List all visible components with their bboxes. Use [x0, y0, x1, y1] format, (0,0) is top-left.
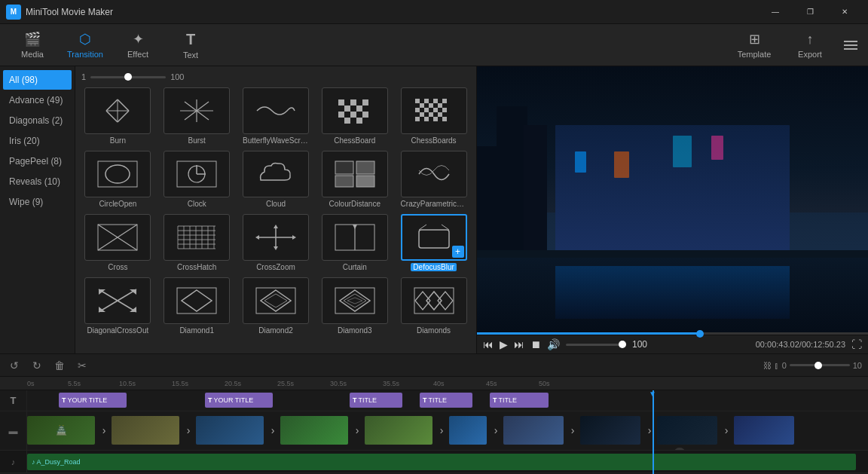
- title-clip-5[interactable]: T TITLE: [490, 393, 549, 408]
- add-transition-btn[interactable]: +: [452, 246, 464, 258]
- toolbar-effect[interactable]: ✦ Effect: [112, 26, 164, 64]
- diamond2-icon: [253, 286, 298, 316]
- nav-diagonals[interactable]: Diagonals (2): [3, 111, 72, 130]
- transition-chessboard[interactable]: ChessBoard: [318, 87, 391, 145]
- video-clip-3[interactable]: [196, 416, 264, 445]
- stop-button[interactable]: ⏹: [530, 338, 541, 350]
- menu-line: [844, 48, 857, 50]
- transition-crosszoom[interactable]: CrossZoom: [240, 214, 313, 271]
- title-clip-3[interactable]: T TITLE: [350, 393, 402, 408]
- svg-rect-22: [344, 118, 350, 124]
- progress-handle[interactable]: [696, 330, 704, 338]
- video-clip-2[interactable]: [112, 416, 179, 445]
- transition-diagonalcrossout[interactable]: DiagonalCrossOut: [81, 277, 154, 335]
- transition-crazyparametricfun[interactable]: CrazyParametricFun: [397, 151, 470, 208]
- transition-circleopen[interactable]: CircleOpen: [81, 151, 154, 208]
- playhead-arrow: ▼: [649, 390, 656, 398]
- transition-cloud[interactable]: Cloud: [240, 151, 313, 208]
- transition-cross[interactable]: Cross: [81, 214, 154, 271]
- svg-marker-76: [353, 225, 357, 229]
- minimize-button[interactable]: —: [758, 0, 793, 24]
- hamburger-menu[interactable]: [839, 34, 862, 57]
- svg-rect-40: [433, 117, 438, 121]
- undo-button[interactable]: ↺: [6, 357, 23, 374]
- nav-reveals[interactable]: Reveals (10): [3, 172, 72, 191]
- ruler-mark-9: 45s: [486, 380, 497, 387]
- transition-crosshatch[interactable]: CrossHatch: [160, 214, 234, 271]
- clock-label: Clock: [188, 200, 206, 208]
- timeline-tracks: ▼ T T YOUR TITLE T YOUR TITLE T TITLE: [0, 390, 868, 474]
- transition-clock[interactable]: Clock: [160, 151, 234, 208]
- video-track-content: 🏯 › › › ›: [27, 411, 868, 450]
- nav-advance[interactable]: Advance (49): [3, 90, 72, 110]
- play-button[interactable]: ▶: [500, 338, 508, 350]
- svg-rect-26: [433, 99, 438, 103]
- title-clip-1[interactable]: T YOUR TITLE: [59, 393, 127, 408]
- progress-bar[interactable]: [477, 332, 868, 335]
- svg-rect-14: [338, 99, 344, 106]
- nav-all[interactable]: All (98): [3, 70, 72, 90]
- clip-delete-btn[interactable]: ✕: [674, 448, 686, 450]
- next-frame-button[interactable]: ⏭: [514, 338, 524, 350]
- nav-wipe[interactable]: Wipe (9): [3, 192, 72, 212]
- transition-burst[interactable]: Burst: [160, 87, 234, 145]
- restore-button[interactable]: ❐: [793, 0, 827, 24]
- svg-rect-21: [362, 112, 368, 118]
- volume-slider[interactable]: [566, 344, 626, 346]
- svg-rect-38: [415, 117, 420, 121]
- video-clip-4[interactable]: [280, 416, 348, 445]
- redo-button[interactable]: ↻: [29, 357, 45, 374]
- svg-rect-39: [424, 117, 429, 121]
- toolbar-media[interactable]: 🎬 Media: [6, 26, 59, 64]
- cross-label: Cross: [108, 263, 127, 271]
- fullscreen-button[interactable]: ⛶: [851, 338, 862, 350]
- transition-diamond2[interactable]: Diamond2: [240, 277, 313, 335]
- video-clip-1[interactable]: 🏯: [27, 416, 95, 445]
- title-clip-2[interactable]: T YOUR TITLE: [205, 393, 273, 408]
- transition-burn[interactable]: Burn: [81, 87, 154, 145]
- video-clip-5[interactable]: [365, 416, 432, 445]
- template-label: Template: [738, 50, 772, 59]
- left-nav-panel: All (98) Advance (49) Diagonals (2) Iris…: [0, 66, 75, 353]
- title-clip-4[interactable]: T TITLE: [420, 393, 472, 408]
- cut-button[interactable]: ✂: [74, 357, 90, 374]
- close-button[interactable]: ✕: [827, 0, 862, 24]
- prev-frame-button[interactable]: ⏮: [483, 338, 494, 350]
- svg-rect-30: [438, 103, 442, 108]
- toolbar-template[interactable]: ⊞ Template: [728, 26, 781, 64]
- video-clip-9[interactable]: [657, 416, 717, 445]
- svg-line-0: [106, 99, 118, 111]
- video-clip-7[interactable]: [503, 416, 564, 445]
- transition-diamond1[interactable]: Diamond1: [160, 277, 234, 335]
- transition-colourdistance[interactable]: ColourDistance: [318, 151, 391, 208]
- video-clip-8[interactable]: [580, 416, 640, 445]
- video-clip-10[interactable]: [734, 416, 794, 445]
- transition-curtain[interactable]: Curtain: [318, 214, 391, 271]
- video-clip-6[interactable]: [449, 416, 487, 445]
- cloud-icon: [253, 159, 298, 189]
- transition-diamond3[interactable]: Diamond3: [318, 277, 391, 335]
- svg-rect-32: [424, 108, 429, 112]
- transition-diamonds[interactable]: Diamonds: [397, 277, 470, 335]
- chess2-label: ChessBoards: [411, 136, 457, 145]
- toolbar-export[interactable]: ↑ Export: [784, 26, 836, 64]
- nav-pagepeel[interactable]: PagePeel (8): [3, 151, 72, 171]
- nav-iris[interactable]: Iris (20): [3, 131, 72, 151]
- diamond1-icon: [174, 286, 219, 316]
- timeline-zoom-slider[interactable]: [790, 364, 850, 366]
- delete-button[interactable]: 🗑: [51, 357, 68, 374]
- duration-slider[interactable]: [90, 76, 166, 78]
- audio-clip[interactable]: ♪ A_Dusy_Road: [27, 454, 856, 470]
- transition-defocusblur[interactable]: + DefocusBlur: [397, 214, 470, 271]
- svg-marker-85: [130, 307, 136, 312]
- toolbar-transition[interactable]: ⬡ Transition: [59, 26, 112, 64]
- menu-line: [844, 44, 857, 46]
- transition-butterflywavescrawler[interactable]: ButterflyWaveScrawler: [240, 87, 313, 145]
- preview-controls: ⏮ ▶ ⏭ ⏹ 🔊 100 00:00:43.02/00:12:50.23 ⛶: [477, 335, 868, 353]
- defocusblur-label: DefocusBlur: [411, 263, 456, 271]
- toolbar-right: ⊞ Template ↑ Export: [728, 26, 862, 64]
- toolbar-text[interactable]: T Text: [164, 26, 217, 64]
- diamond2-label: Diamond2: [258, 326, 293, 335]
- transition-chessboards[interactable]: ChessBoards: [397, 87, 470, 145]
- menu-line: [844, 41, 857, 42]
